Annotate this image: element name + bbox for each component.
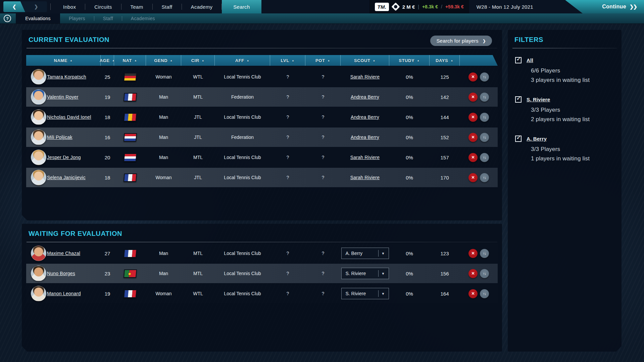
remove-button[interactable]: ✕ [468,133,478,142]
table-header-cell-days[interactable]: DAYS▲ [430,55,460,66]
level-cell: ? [270,271,305,276]
nat-cell [114,269,146,278]
remove-button[interactable]: ✕ [468,269,478,278]
player-avatar[interactable] [31,69,46,85]
swap-priority-button[interactable]: ↑↓ [480,173,489,182]
close-icon: ✕ [471,95,475,99]
filter-checkbox[interactable]: ✓ [515,57,522,63]
actions-cell: ✕↑↓ [460,289,498,298]
remove-button[interactable]: ✕ [468,72,478,82]
scout-link[interactable]: Andrea Berry [351,114,379,120]
actions-cell: ✕↑↓ [460,93,498,102]
player-level: ? [287,155,289,160]
swap-priority-button[interactable]: ↑↓ [480,72,489,82]
nav-item-inbox[interactable]: Inbox [54,0,85,13]
scout-link[interactable]: Andrea Berry [351,135,379,140]
scout-link[interactable]: Sarah Riviere [350,155,380,160]
topbar-status: TM. 2 M € | +8.3k € / +59.3k € W28 - Mon… [369,0,533,13]
scout-select[interactable]: A. Berry▼ [341,248,389,259]
remove-button[interactable]: ✕ [468,249,478,258]
table-header-cell-age[interactable]: AGE▲ [101,55,114,66]
tab-players[interactable]: Players [60,13,94,23]
tab-academies[interactable]: Academies [122,13,164,23]
scout-cell: Sarah Riviere [341,74,389,80]
back-button[interactable]: ❮ [3,1,25,12]
filter-checkbox[interactable]: ✓ [515,96,522,103]
age-cell: 16 [101,135,114,140]
player-name-link[interactable]: Selena Janicijevic [47,175,86,180]
swap-priority-button[interactable]: ↑↓ [480,133,489,142]
continue-button[interactable]: Continue ❯❯ [565,0,644,13]
swap-priority-button[interactable]: ↑↓ [480,113,489,122]
swap-priority-button[interactable]: ↑↓ [480,289,489,298]
player-affiliation: Local Tennis Club [215,114,270,120]
player-name-link[interactable]: Nicholas David Ionel [47,114,91,120]
player-name-link[interactable]: Jesper De Jong [47,155,81,160]
player-avatar[interactable] [31,130,46,145]
player-name-link[interactable]: Tamara Korpatsch [47,74,86,80]
player-circuit: JTL [181,175,215,180]
forward-button[interactable]: ❯ [25,1,47,12]
tab-evaluations[interactable]: Evaluations [16,13,60,23]
days-cell: 156 [430,271,460,276]
remove-button[interactable]: ✕ [468,173,478,182]
player-avatar[interactable] [31,246,46,261]
scout-link[interactable]: Andrea Berry [351,94,379,100]
remove-button[interactable]: ✕ [468,113,478,122]
table-header-cell-cir[interactable]: CIR▲ [181,55,215,66]
filter-checkbox[interactable]: ✓ [515,136,522,142]
potential-cell: ? [305,74,341,80]
scout-select[interactable]: S. Riviere▼ [341,288,389,299]
filter-label-link[interactable]: S. Riviere [527,97,550,102]
player-name-link[interactable]: Mili Poljicak [47,135,72,140]
study-cell: 0% [389,175,430,180]
filter-label-link[interactable]: All [527,57,533,63]
nav-item-academy[interactable]: Academy [182,0,222,13]
search-for-players-button[interactable]: Search for players ❯ [430,36,492,46]
player-avatar[interactable] [31,286,46,301]
scout-link[interactable]: Sarah Riviere [350,74,380,80]
sort-asc-icon: ▲ [373,59,376,62]
nav-item-staff[interactable]: Staff [153,0,182,13]
tm-logo: TM. [375,3,389,11]
table-header-cell-aff[interactable]: AFF▲ [215,55,270,66]
player-name-link[interactable]: Maxime Chazal [47,251,80,256]
scout-link[interactable]: Sarah Riviere [350,175,380,180]
swap-priority-button[interactable]: ↑↓ [480,269,489,278]
table-header-cell-gend[interactable]: GEND▲ [146,55,181,66]
study-progress: 0% [406,114,413,120]
table-header-cell-lvl[interactable]: LVL▲ [270,55,305,66]
player-avatar[interactable] [31,266,46,281]
avatar-cell [26,246,47,261]
player-name-link[interactable]: Manon Leonard [47,291,81,296]
player-name-link[interactable]: Nuno Borges [47,271,75,276]
player-name-link[interactable]: Valentin Royer [47,94,79,100]
nav-item-team[interactable]: Team [121,0,152,13]
player-affiliation: Local Tennis Club [215,74,270,80]
table-header-cell-study[interactable]: STUDY▲ [389,55,430,66]
swap-priority-button[interactable]: ↑↓ [480,249,489,258]
swap-priority-button[interactable]: ↑↓ [480,93,489,102]
study-cell: 0% [389,271,430,276]
nav-item-circuits[interactable]: Circuits [85,0,121,13]
filter-label-link[interactable]: A. Berry [527,136,547,142]
scout-select[interactable]: S. Riviere▼ [341,268,389,279]
player-avatar[interactable] [31,109,46,125]
help-icon[interactable]: ? [4,15,11,22]
table-header-cell-name[interactable]: NAME▲ [26,55,101,66]
study-progress: 0% [406,135,413,140]
player-avatar[interactable] [31,170,46,185]
player-avatar[interactable] [31,89,46,105]
remove-button[interactable]: ✕ [468,289,478,298]
table-header-cell-scout[interactable]: SCOUT▲ [341,55,389,66]
swap-priority-button[interactable]: ↑↓ [480,153,489,162]
tab-staff[interactable]: Staff [94,13,122,23]
remove-button[interactable]: ✕ [468,93,478,102]
player-avatar[interactable] [31,150,46,165]
table-header-cell-pot[interactable]: POT▲ [305,55,341,66]
nav-item-search[interactable]: Search [222,0,261,13]
table-header-cell-nat[interactable]: NAT▲ [114,55,146,66]
remove-button[interactable]: ✕ [468,153,478,162]
study-progress: 0% [406,74,413,80]
filter-waiting-count: 1 players in waiting list [531,154,622,163]
